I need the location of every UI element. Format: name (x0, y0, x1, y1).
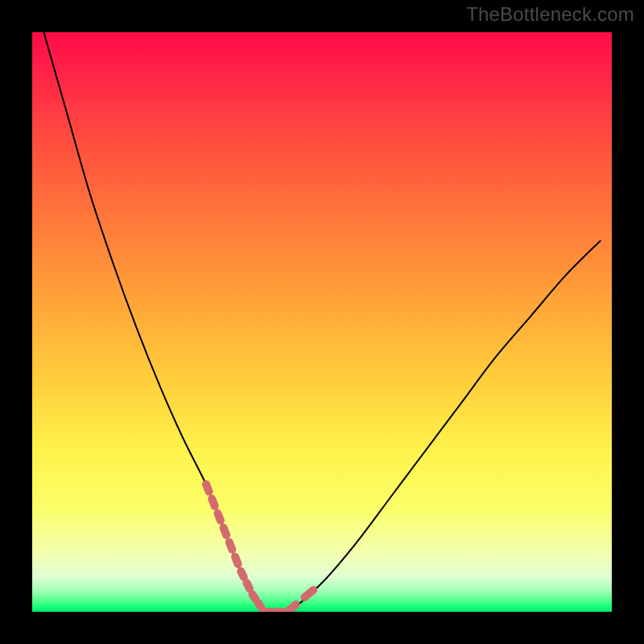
highlight-dash-segment (235, 557, 238, 564)
watermark-text: TheBottleneck.com (466, 3, 634, 26)
highlight-dash-segment (212, 499, 215, 506)
bottleneck-curve (43, 32, 600, 612)
highlight-dash-segment (258, 603, 262, 607)
highlight-dash-segment (253, 594, 256, 598)
bottleneck-curve-svg (32, 32, 612, 612)
highlight-dash-segment (229, 543, 233, 550)
highlight-dash-segment (224, 528, 227, 535)
highlight-dash-segment (241, 572, 244, 577)
highlight-dash-segment (287, 605, 296, 612)
highlight-dash-group (206, 485, 313, 612)
highlight-dash-segment (304, 590, 313, 597)
highlight-dash-segment (206, 485, 209, 492)
highlight-dash-segment (246, 583, 250, 588)
chart-frame: TheBottleneck.com (0, 0, 644, 644)
plot-area (32, 32, 612, 612)
highlight-dash-segment (217, 514, 221, 521)
